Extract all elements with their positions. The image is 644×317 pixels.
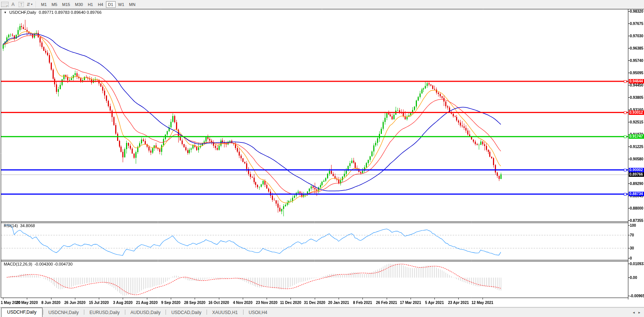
price-axis-zone[interactable] [628,9,644,298]
timeframe-button-m15[interactable]: M15 [60,1,72,8]
timeframe-button-m30[interactable]: M30 [73,1,85,8]
chart-tab-audusd[interactable]: AUDUSD,Daily [126,309,166,317]
chart-canvas[interactable] [0,0,644,317]
top-toolbar: F A T ⇵ ▾ M1M5M15M30H1H4D1W1MN [0,0,644,9]
timeframe-button-m1[interactable]: M1 [39,1,49,8]
tab-separator [243,310,244,315]
timeframe-button-d1[interactable]: D1 [106,1,116,8]
fibo-grid-icon[interactable]: F [1,1,9,8]
chart-tab-usdcnh[interactable]: USDCNH,Daily [44,309,84,317]
mt4-window: F A T ⇵ ▾ M1M5M15M30H1H4D1W1MN ▼ USDCHF,… [0,0,644,317]
timeframe-button-w1[interactable]: W1 [116,1,127,8]
tab-separator [84,310,84,315]
chart-tabs: USDCHF,DailyUSDCNH,DailyEURUSD,DailyAUDU… [0,308,272,317]
arrows-glyph: ⇵ [26,2,30,7]
toolbar-separator [36,1,37,8]
timeframe-button-m5[interactable]: M5 [49,1,59,8]
tab-scroll-right-icon[interactable]: ▸ [638,310,640,314]
chart-tab-bar: USDCHF,DailyUSDCNH,DailyEURUSD,DailyAUDU… [0,307,644,317]
fibo-grid-glyph: F [1,2,9,7]
timeframe-button-group: M1M5M15M30H1H4D1W1MN [39,1,138,8]
arrows-tool-icon[interactable]: ⇵ ▾ [25,1,34,8]
tab-separator [43,310,43,315]
timeframe-button-h4[interactable]: H4 [95,1,105,8]
tab-scroll-left-icon[interactable]: ◂ [633,310,635,314]
tab-separator [166,310,166,315]
letter-a-glyph: A [11,1,15,7]
chart-tab-xauusd[interactable]: XAUUSD,H1 [207,309,243,317]
chart-tab-usdcad[interactable]: USDCAD,Daily [166,309,206,317]
timeframe-button-mn[interactable]: MN [127,1,138,8]
time-axis-zone[interactable] [0,298,628,307]
timeframe-button-h1[interactable]: H1 [85,1,95,8]
chart-tab-usdchf[interactable]: USDCHF,Daily [1,308,43,317]
chart-tab-eurusd[interactable]: EURUSD,Daily [85,309,125,317]
tab-scroll-buttons: ◂ ▸ [633,310,640,314]
letter-t-glyph: T [19,2,24,7]
tab-separator [207,310,207,315]
chevron-down-icon: ▾ [31,3,32,6]
chart-tab-usoil[interactable]: USOil,H4 [244,309,272,317]
tab-separator [125,310,125,315]
text-box-icon[interactable]: T [17,1,25,8]
text-label-icon[interactable]: A [9,1,17,8]
